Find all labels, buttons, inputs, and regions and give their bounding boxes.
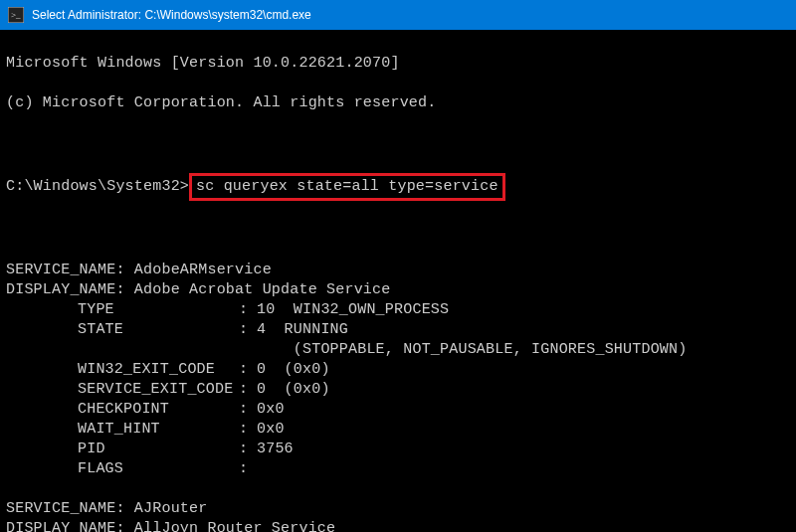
- display-name-line: DISPLAY_NAME: AllJoyn Router Service: [6, 519, 790, 532]
- service-field-line: CHECKPOINT: 0x0: [6, 400, 790, 420]
- field-value: 3756: [257, 440, 790, 459]
- field-label: STATE: [78, 320, 239, 340]
- display-name-line: DISPLAY_NAME: Adobe Acrobat Update Servi…: [6, 280, 790, 300]
- field-value: (STOPPABLE, NOT_PAUSABLE, IGNORES_SHUTDO…: [257, 340, 790, 360]
- service-field-line: WIN32_EXIT_CODE: 0 (0x0): [6, 360, 790, 380]
- field-label: FLAGS: [78, 459, 239, 479]
- field-indent: [6, 380, 78, 400]
- field-indent: [6, 420, 78, 440]
- window-title: Select Administrator: C:\Windows\system3…: [32, 8, 311, 22]
- field-label: WAIT_HINT: [78, 420, 239, 440]
- field-value: 10 WIN32_OWN_PROCESS: [257, 300, 790, 320]
- field-value: [257, 459, 790, 479]
- service-name-line: SERVICE_NAME: AdobeARMservice: [6, 261, 790, 280]
- field-colon: :: [239, 420, 257, 440]
- service-field-line: TYPE: 10 WIN32_OWN_PROCESS: [6, 300, 790, 320]
- cmd-icon: >_: [8, 7, 24, 23]
- field-label: CHECKPOINT: [78, 400, 239, 420]
- svg-text:>_: >_: [11, 10, 21, 20]
- field-colon: :: [239, 320, 257, 340]
- service-field-line: PID: 3756: [6, 440, 790, 459]
- blank-line: [6, 221, 790, 241]
- field-colon: :: [239, 300, 257, 320]
- version-line: Microsoft Windows [Version 10.0.22621.20…: [6, 54, 790, 74]
- field-label: PID: [78, 440, 239, 459]
- field-indent: [6, 459, 78, 479]
- field-label: SERVICE_EXIT_CODE: [78, 380, 239, 400]
- service-name-line: SERVICE_NAME: AJRouter: [6, 499, 790, 519]
- copyright-line: (c) Microsoft Corporation. All rights re…: [6, 93, 790, 113]
- service-field-line: (STOPPABLE, NOT_PAUSABLE, IGNORES_SHUTDO…: [6, 340, 790, 360]
- field-indent: [6, 300, 78, 320]
- field-colon: :: [239, 400, 257, 420]
- service-field-line: SERVICE_EXIT_CODE: 0 (0x0): [6, 380, 790, 400]
- field-label: WIN32_EXIT_CODE: [78, 360, 239, 380]
- field-value: 0x0: [257, 420, 790, 440]
- field-value: 0 (0x0): [257, 360, 790, 380]
- prompt-line: C:\Windows\System32>sc queryex state=all…: [6, 173, 790, 201]
- field-colon: :: [239, 440, 257, 459]
- field-indent: [6, 360, 78, 380]
- blank-line: [6, 133, 790, 153]
- service-field-line: FLAGS:: [6, 459, 790, 479]
- service-field-line: WAIT_HINT: 0x0: [6, 420, 790, 440]
- field-colon: :: [239, 360, 257, 380]
- field-value: 0x0: [257, 400, 790, 420]
- command-highlight: sc queryex state=all type=service: [189, 173, 505, 201]
- field-value: 0 (0x0): [257, 380, 790, 400]
- service-field-line: STATE: 4 RUNNING: [6, 320, 790, 340]
- field-indent: [6, 340, 257, 360]
- field-label: TYPE: [78, 300, 239, 320]
- field-colon: :: [239, 380, 257, 400]
- field-indent: [6, 440, 78, 459]
- prompt-path: C:\Windows\System32>: [6, 178, 189, 195]
- blank-line: [6, 479, 790, 499]
- field-indent: [6, 320, 78, 340]
- field-indent: [6, 400, 78, 420]
- terminal-output[interactable]: Microsoft Windows [Version 10.0.22621.20…: [0, 30, 796, 532]
- field-value: 4 RUNNING: [257, 320, 790, 340]
- field-colon: :: [239, 459, 257, 479]
- command-text: sc queryex state=all type=service: [196, 178, 498, 195]
- window-titlebar[interactable]: >_ Select Administrator: C:\Windows\syst…: [0, 0, 796, 30]
